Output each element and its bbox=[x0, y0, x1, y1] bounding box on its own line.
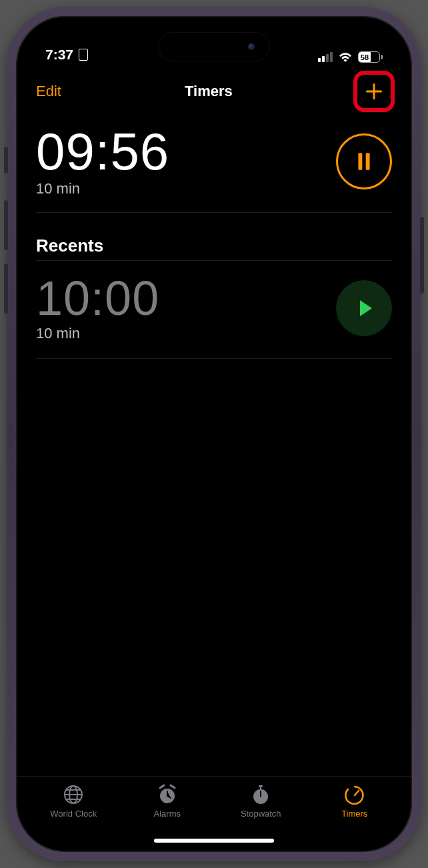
side-button-silence bbox=[4, 147, 8, 173]
home-indicator[interactable] bbox=[154, 839, 274, 843]
page-title: Timers bbox=[185, 83, 233, 100]
active-timer-row[interactable]: 09:56 10 min bbox=[36, 121, 392, 213]
recent-timer-time: 10:00 bbox=[36, 274, 159, 322]
cellular-icon bbox=[318, 52, 333, 62]
add-button[interactable] bbox=[356, 73, 392, 109]
navbar: Edit Timers bbox=[17, 65, 411, 121]
globe-icon bbox=[62, 783, 85, 806]
alarm-icon bbox=[156, 783, 179, 806]
pause-button[interactable] bbox=[336, 133, 392, 189]
active-timer-label: 10 min bbox=[36, 180, 169, 197]
annotation-highlight bbox=[353, 71, 395, 112]
tab-world-clock[interactable]: World Clock bbox=[27, 783, 121, 851]
side-button-power bbox=[420, 217, 424, 294]
wifi-icon bbox=[338, 52, 353, 63]
battery-percent: 58 bbox=[361, 53, 369, 61]
svg-rect-0 bbox=[358, 153, 362, 170]
pause-icon bbox=[355, 151, 373, 171]
tab-timers[interactable]: Timers bbox=[308, 783, 402, 851]
side-button-vol-up bbox=[4, 200, 8, 250]
tab-label: Alarms bbox=[154, 809, 181, 819]
notes-indicator-icon bbox=[79, 49, 88, 61]
active-timer-time: 09:56 bbox=[36, 125, 169, 177]
svg-rect-1 bbox=[366, 153, 370, 170]
recent-timer-label: 10 min bbox=[36, 325, 159, 342]
phone-frame: 7:37 58 Edit Timers bbox=[7, 7, 421, 861]
active-timer-text: 09:56 10 min bbox=[36, 125, 169, 197]
edit-button[interactable]: Edit bbox=[36, 83, 61, 100]
recent-timer-text: 10:00 10 min bbox=[36, 274, 159, 342]
content: 09:56 10 min Recents 10:00 10 min bbox=[17, 121, 411, 776]
play-button[interactable] bbox=[336, 280, 392, 336]
svg-rect-6 bbox=[259, 785, 263, 787]
tab-label: Timers bbox=[341, 809, 367, 819]
tab-label: Stopwatch bbox=[241, 809, 281, 819]
dynamic-island bbox=[158, 32, 270, 61]
tab-label: World Clock bbox=[50, 809, 97, 819]
status-time: 7:37 bbox=[45, 47, 73, 63]
battery-icon: 58 bbox=[358, 51, 383, 63]
recent-timer-row[interactable]: 10:00 10 min bbox=[36, 261, 392, 359]
stopwatch-icon bbox=[249, 783, 272, 806]
recents-header: Recents bbox=[36, 236, 392, 256]
play-icon bbox=[357, 299, 373, 318]
side-button-vol-down bbox=[4, 264, 8, 314]
timer-icon bbox=[343, 783, 366, 806]
screen: 7:37 58 Edit Timers bbox=[16, 16, 412, 852]
svg-rect-7 bbox=[260, 787, 261, 790]
